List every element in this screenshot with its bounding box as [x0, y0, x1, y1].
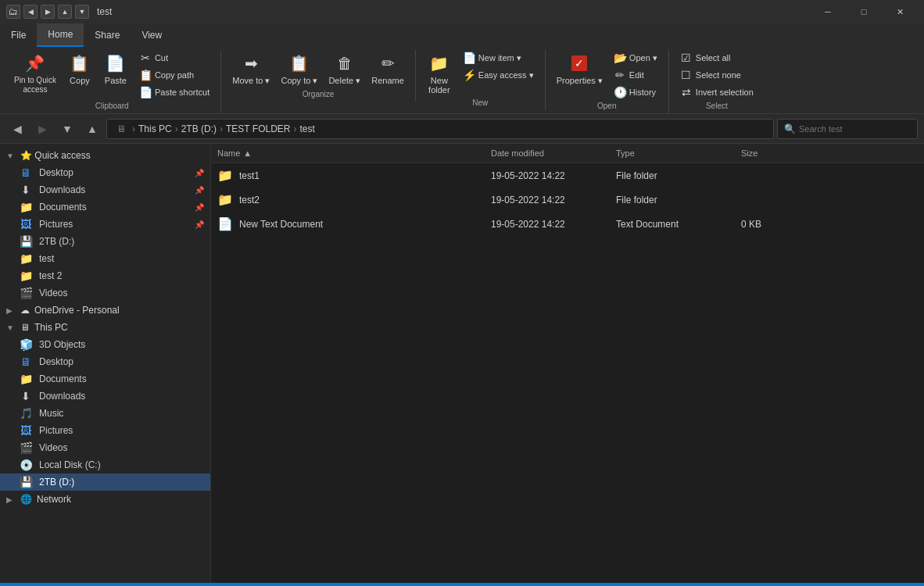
search-bar[interactable]: 🔍 — [777, 119, 918, 139]
forward-btn-title[interactable]: ▶ — [41, 5, 55, 19]
move-to-button[interactable]: ➡ Move to ▾ — [227, 50, 274, 88]
delete-button[interactable]: 🗑 Delete ▾ — [324, 50, 365, 88]
sidebar-item-music-pc[interactable]: 🎵 Music — [0, 405, 210, 422]
copy-to-icon: 📋 — [288, 52, 310, 74]
sidebar-onedrive-header[interactable]: ▶ ☁ OneDrive - Personal — [0, 302, 210, 319]
recent-btn-title[interactable]: ▼ — [75, 5, 89, 19]
up-button[interactable]: ▲ — [81, 118, 103, 140]
up-btn-title[interactable]: ▲ — [58, 5, 72, 19]
sidebar-thispc-header[interactable]: ▼ 🖥 This PC — [0, 319, 210, 336]
select-none-button[interactable]: ☐ Select none — [675, 67, 758, 83]
back-button[interactable]: ◀ — [6, 118, 28, 140]
copy-icon: 📋 — [69, 52, 91, 74]
history-button[interactable]: 🕐 History — [609, 84, 662, 100]
table-row[interactable]: 📁 test1 19-05-2022 14:22 File folder — [211, 163, 924, 188]
rename-button[interactable]: ✏ Rename — [367, 50, 409, 88]
sidebar-item-videos-pc[interactable]: 🎬 Videos — [0, 439, 210, 456]
copy-button[interactable]: 📋 Copy — [63, 50, 97, 88]
sidebar-item-label: Documents — [39, 373, 87, 384]
sidebar-item-downloads-pc[interactable]: ⬇ Downloads — [0, 388, 210, 405]
edit-button[interactable]: ✏ Edit — [609, 67, 662, 83]
breadcrumb-arrow-0: › — [132, 123, 135, 134]
sidebar-item-2tb-quick[interactable]: 💾 2TB (D:) — [0, 233, 210, 250]
select-all-icon: ☑ — [680, 52, 693, 64]
address-bar: ◀ ▶ ▼ ▲ 🖥 › This PC › 2TB (D:) › TEST FO… — [0, 114, 924, 144]
column-header-date[interactable]: Date modified — [485, 144, 610, 163]
2tb-d-icon: 💾 — [19, 476, 33, 488]
breadcrumb-2tb[interactable]: 2TB (D:) — [181, 123, 217, 134]
recent-locations-button[interactable]: ▼ — [56, 118, 78, 140]
paste-shortcut-button[interactable]: 📄 Paste shortcut — [134, 84, 214, 100]
videos-quick-icon: 🎬 — [19, 287, 33, 299]
menu-file[interactable]: File — [0, 23, 37, 47]
sidebar-item-local-disk-c[interactable]: 💿 Local Disk (C:) — [0, 456, 210, 473]
ribbon-group-clipboard: 📌 Pin to Quickaccess 📋 Copy 📄 Paste ✂ Cu… — [3, 50, 221, 113]
breadcrumb-thispc[interactable]: This PC — [138, 123, 172, 134]
easy-access-button[interactable]: ⚡ Easy access ▾ — [458, 67, 539, 83]
file-name-cell-test2: 📁 test2 — [211, 189, 485, 210]
menu-share[interactable]: Share — [84, 23, 131, 47]
pin-indicator: 📌 — [195, 220, 204, 229]
sidebar-item-pictures-quick[interactable]: 🖼 Pictures 📌 — [0, 216, 210, 233]
sidebar-item-documents-quick[interactable]: 📁 Documents 📌 — [0, 198, 210, 216]
back-btn-title[interactable]: ◀ — [23, 5, 38, 19]
menu-home[interactable]: Home — [37, 23, 84, 47]
sidebar-item-videos-quick[interactable]: 🎬 Videos — [0, 284, 210, 302]
window-controls: ─ □ ✕ — [810, 0, 918, 23]
search-input[interactable] — [799, 124, 911, 134]
sidebar-item-label: Pictures — [39, 425, 73, 436]
menu-view[interactable]: View — [131, 23, 173, 47]
music-pc-icon: 🎵 — [19, 407, 33, 420]
minimize-btn[interactable]: ─ — [810, 0, 846, 23]
sidebar-quick-access-header[interactable]: ▼ ⭐ Quick access — [0, 147, 210, 164]
new-buttons: 📁 Newfolder 📄 New item ▾ ⚡ Easy access ▾ — [422, 50, 539, 97]
column-header-type[interactable]: Type — [610, 144, 735, 163]
title-bar: 🗂 ◀ ▶ ▲ ▼ test ─ □ ✕ — [0, 0, 924, 23]
sidebar-item-desktop-pc[interactable]: 🖥 Desktop — [0, 353, 210, 370]
sidebar-item-test-quick[interactable]: 📁 test — [0, 250, 210, 267]
sidebar-item-pictures-pc[interactable]: 🖼 Pictures — [0, 422, 210, 439]
properties-button[interactable]: ✓ Properties ▾ — [552, 50, 607, 88]
breadcrumb-testfolder[interactable]: TEST FOLDER — [226, 123, 290, 134]
test2-folder-icon: 📁 — [19, 270, 33, 282]
pin-icon: 📌 — [24, 52, 46, 74]
downloads-pc-icon: ⬇ — [19, 390, 33, 402]
new-item-button[interactable]: 📄 New item ▾ — [458, 50, 539, 66]
paste-button[interactable]: 📄 Paste — [98, 50, 133, 88]
maximize-btn[interactable]: □ — [846, 0, 882, 23]
new-folder-button[interactable]: 📁 Newfolder — [422, 50, 457, 97]
table-row[interactable]: 📁 test2 19-05-2022 14:22 File folder — [211, 188, 924, 212]
sidebar-item-2tb-d[interactable]: 💾 2TB (D:) — [0, 473, 210, 491]
sidebar-network-header[interactable]: ▶ 🌐 Network — [0, 491, 210, 508]
sidebar-item-desktop-quick[interactable]: 🖥 Desktop 📌 — [0, 164, 210, 181]
delete-label: Delete ▾ — [328, 76, 360, 86]
sidebar-item-label: Network — [37, 494, 71, 505]
breadcrumb-test[interactable]: test — [300, 123, 315, 134]
column-header-size[interactable]: Size — [735, 144, 813, 163]
forward-button: ▶ — [31, 118, 53, 140]
copy-to-button[interactable]: 📋 Copy to ▾ — [276, 50, 322, 88]
table-row[interactable]: 📄 New Text Document 19-05-2022 14:22 Tex… — [211, 212, 924, 236]
close-btn[interactable]: ✕ — [882, 0, 918, 23]
sidebar-item-3d-objects[interactable]: 🧊 3D Objects — [0, 336, 210, 353]
invert-selection-button[interactable]: ⇄ Invert selection — [675, 84, 758, 100]
open-icon: 📂 — [614, 52, 626, 64]
cut-button[interactable]: ✂ Cut — [134, 50, 214, 66]
sidebar-item-documents-pc[interactable]: 📁 Documents — [0, 370, 210, 388]
file-type-test1: File folder — [610, 167, 735, 184]
copy-path-button[interactable]: 📋 Copy path — [134, 67, 214, 83]
breadcrumb-arrow-3: › — [294, 123, 297, 134]
select-all-button[interactable]: ☑ Select all — [675, 50, 758, 66]
main-area: ▼ ⭐ Quick access 🖥 Desktop 📌 ⬇ Downloads… — [0, 144, 924, 583]
organize-buttons: ➡ Move to ▾ 📋 Copy to ▾ 🗑 Delete ▾ ✏ Ren… — [227, 50, 409, 88]
onedrive-chevron: ▶ — [6, 306, 16, 315]
local-disk-c-icon: 💿 — [19, 459, 33, 471]
pin-to-quick-access-button[interactable]: 📌 Pin to Quickaccess — [9, 50, 61, 97]
column-header-name[interactable]: Name ▲ — [211, 144, 485, 163]
open-button[interactable]: 📂 Open ▾ — [609, 50, 662, 66]
sidebar-item-label: test — [39, 253, 54, 264]
sidebar-item-downloads-quick[interactable]: ⬇ Downloads 📌 — [0, 181, 210, 198]
pin-indicator: 📌 — [195, 169, 204, 177]
test-folder-icon: 📁 — [19, 252, 33, 265]
sidebar-item-test2-quick[interactable]: 📁 test 2 — [0, 267, 210, 284]
